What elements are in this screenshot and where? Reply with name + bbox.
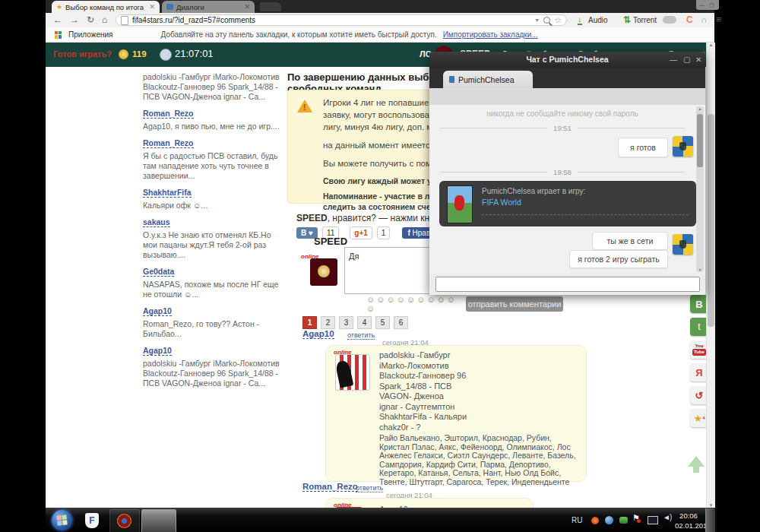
chat-maximize-icon[interactable]: ▢ (683, 52, 690, 68)
url-dropdown-icon[interactable]: ▼ (534, 17, 540, 23)
chat-input[interactable] (435, 277, 700, 292)
zoom-icon[interactable] (543, 17, 550, 24)
smiley-row[interactable]: ☺☺☺☺☺☺☺☺☺☺ (366, 295, 465, 313)
comment-reply-link[interactable]: ответить (356, 484, 383, 492)
chat-tab-pumichchelsea[interactable]: PumichChelsea (443, 71, 533, 88)
bookmark-star-icon[interactable]: ☆ (554, 15, 562, 25)
game-cover-image (447, 185, 473, 223)
tab-close-icon[interactable]: ✕ (244, 3, 250, 11)
sidebar-author-link[interactable]: Agap10 (143, 346, 172, 356)
scroll-top-arrow-stem[interactable] (693, 465, 699, 473)
sidebar-author-link[interactable]: Roman_Rezo (143, 138, 194, 148)
page-button[interactable]: 4 (357, 316, 372, 329)
browser-scrollbar[interactable]: ▲ ▼ (706, 43, 715, 508)
chat-scroll-up-icon[interactable]: ▲ (696, 106, 704, 111)
tray-globe-icon[interactable] (605, 516, 613, 524)
game-name-link[interactable]: FIFA World (482, 198, 521, 207)
comment-author-link[interactable]: Roman_Rezo (302, 482, 358, 492)
reload-icon[interactable]: ↻ (87, 13, 94, 27)
headphones-extension-icon[interactable]: ∩ (701, 14, 708, 25)
page-button[interactable]: 2 (321, 316, 335, 329)
chat-messages: никогда не сообщайте никому свой пароль … (429, 105, 705, 274)
game-status-card: PumichChelsea играет в игру: FIFA World (439, 181, 696, 226)
windows-flag-icon (56, 515, 67, 525)
start-button[interactable] (52, 510, 72, 530)
apps-grid-icon[interactable] (55, 31, 62, 39)
tab-close-icon[interactable]: ✕ (149, 3, 155, 11)
scrollbar-thumb[interactable] (708, 114, 714, 327)
sidebar-comments: padolskiu -Гамбург iMarko-Локомотив Blac… (143, 70, 284, 388)
browser-taskbar-button[interactable] (109, 509, 140, 532)
forward-icon[interactable]: → (70, 13, 79, 27)
screen: ★ Выбор команд по итога ✕ Диалоги ✕ — ▢ … (0, 0, 760, 532)
comment-line: ignar - Саутгемптон (379, 402, 467, 413)
address-bar[interactable]: fifa4stars.ru/?id_razd=57#comments ▼ ☆ (116, 14, 567, 26)
sidebar-author-link[interactable]: Roman_Rezo (143, 109, 194, 119)
form-username: SPEED (314, 236, 347, 247)
fsecure-taskbar-icon[interactable]: F (85, 513, 99, 528)
clock-date: 02.01.2015 (675, 521, 702, 530)
pagination: 1 2 3 4 5 6 (302, 316, 408, 329)
gplus-button[interactable]: g+1 (350, 226, 372, 239)
new-tab-button[interactable] (260, 2, 281, 11)
tab-title: Выбор команд по итога (65, 3, 144, 11)
comment-line: Spark_14/88 - ПСВ (379, 382, 467, 392)
audio-extension-label[interactable]: Audio (588, 16, 608, 24)
avatar-ball-icon (318, 265, 330, 277)
chat-minimize-icon[interactable]: — (670, 52, 677, 68)
torrent-extension-icon[interactable]: ⇅ (623, 14, 631, 25)
page-button[interactable]: 6 (394, 316, 408, 329)
clock-time: 20:06 (675, 511, 702, 521)
show-desktop-button[interactable] (705, 508, 715, 532)
ready-to-play-link[interactable]: Готов играть? (53, 49, 112, 59)
chat-scroll-down-icon[interactable]: ▼ (696, 268, 704, 272)
tab-dialogs[interactable]: Диалоги ✕ (162, 1, 255, 13)
chat-message-outgoing: я готов (618, 138, 668, 157)
chat-close-icon[interactable]: ✕ (695, 52, 701, 68)
sidebar-author-link[interactable]: Agap10 (143, 306, 172, 316)
page-button[interactable]: 1 (302, 316, 317, 329)
menu-hamburger-icon[interactable]: ≡ (716, 14, 722, 25)
origin-taskbar-button[interactable] (141, 509, 176, 532)
bookmarks-hint: Добавляйте на эту панель закладки, к кот… (161, 30, 437, 39)
comment-author-link[interactable]: Agap10 (302, 329, 334, 339)
apps-label[interactable]: Приложения (68, 30, 113, 39)
warning-exclaim: ! (303, 103, 306, 112)
sidebar-comment: Roman_RezoЯ бы с радостью ПСВ оставил, б… (143, 131, 284, 181)
import-bookmarks-link[interactable]: Импортировать закладки... (443, 30, 538, 39)
tray-green-icon[interactable] (619, 517, 628, 524)
sidebar-author-link[interactable]: sakaus (143, 217, 170, 227)
page-button[interactable]: 3 (339, 316, 353, 329)
audio-extension-icon[interactable]: ↓ (578, 15, 582, 25)
chat-titlebar[interactable]: Чат с PumichChelsea — ▢ ✕ (429, 52, 705, 68)
home-icon[interactable]: ⌂ (102, 13, 107, 27)
chat-scrollbar[interactable]: ▲ ▼ (696, 106, 704, 272)
time-divider: 19:51 (440, 128, 685, 128)
window-controls[interactable]: — ▢ ✕ (696, 0, 719, 10)
scrollbar-up-icon[interactable]: ▲ (707, 43, 715, 47)
sidebar-author-link[interactable]: Ge0data (143, 267, 174, 277)
chat-scrollbar-thumb[interactable] (697, 114, 703, 167)
chat-title: Чат с PumichChelsea (429, 55, 705, 64)
avatar-fighter-icon (335, 360, 353, 388)
clock-icon (160, 49, 172, 61)
back-icon[interactable]: ← (53, 13, 62, 27)
pacman-extension-icon[interactable]: C (686, 14, 693, 25)
sidebar-comment: Agap10Roman_Rezo, го тову?? Астон - Биль… (143, 299, 284, 339)
tray-flag-icon[interactable]: ⚑ (632, 513, 640, 523)
torrent-extension-label[interactable]: Torrent (633, 16, 657, 24)
chat-subbar (429, 88, 705, 106)
tray-display-icon[interactable] (648, 516, 658, 524)
tray-origin-icon[interactable] (591, 517, 599, 524)
language-indicator[interactable]: RU (572, 508, 582, 532)
comment-card: online padolskiu -Гамбург iMarko-Локомот… (325, 345, 587, 482)
send-comment-button[interactable]: отправить комментарии (466, 296, 563, 312)
tab-team-selection[interactable]: ★ Выбор команд по итога ✕ (52, 1, 160, 13)
tray-speaker-icon[interactable]: ◄) (663, 513, 671, 521)
header-time: 21:07:01 (175, 48, 214, 59)
sidebar-author-link[interactable]: ShakhtarFifa (143, 188, 192, 198)
page-button[interactable]: 5 (375, 316, 390, 329)
comment-line: VAGON- Дженоа (379, 391, 467, 402)
tray-clock[interactable]: 20:06 02.01.2015 (675, 511, 702, 530)
comment-reply-link[interactable]: ответить (347, 331, 375, 340)
